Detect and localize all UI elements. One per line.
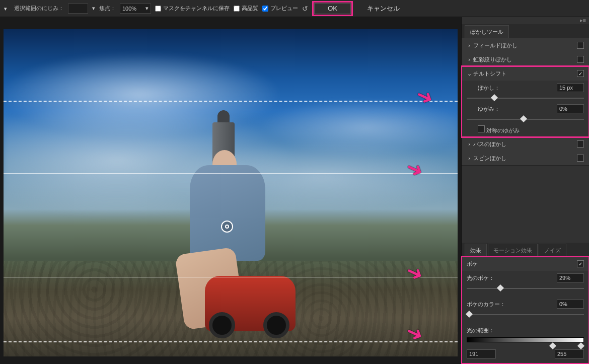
blur-tools-panel: ぼかしツール › フィールドぼかし › 虹彩絞りぼかし ⌄ チルトシフト ぼかし… — [462, 24, 589, 166]
tiltshift-outer-line-bottom[interactable] — [4, 341, 458, 342]
tilt-blur-value[interactable]: 15 px — [557, 83, 584, 92]
tilt-symmetric-checkbox[interactable] — [478, 125, 485, 132]
path-blur-row[interactable]: › パスのぼかし — [462, 137, 589, 151]
effects-panel: 効果 モーション効果 ノイズ ボケ 光のボケ： 29% ボケのカラー： 0% — [462, 243, 589, 364]
bokeh-light-value[interactable]: 29% — [557, 273, 584, 282]
tiltshift-checkbox[interactable] — [577, 70, 584, 77]
chevron-down-icon: ⌄ — [467, 70, 472, 77]
chevron-right-icon: › — [467, 155, 472, 161]
annotation-arrow-icon: ➜ — [402, 155, 427, 183]
spin-blur-checkbox[interactable] — [577, 155, 584, 162]
feather-input[interactable] — [68, 4, 88, 14]
tab-blur-tools[interactable]: ぼかしツール — [465, 25, 509, 38]
tiltshift-inner-line-bottom[interactable] — [4, 277, 458, 277]
bokeh-color-value[interactable]: 0% — [557, 300, 584, 309]
feather-dropdown-icon[interactable]: ▾ — [92, 5, 95, 12]
bokeh-range-high[interactable]: 255 — [555, 349, 584, 358]
bokeh-range-row: 光の範囲： — [462, 323, 589, 337]
focus-label: 焦点： — [99, 5, 116, 12]
annotation-arrow-icon: ➜ — [412, 82, 437, 110]
ok-highlight: OK — [312, 1, 353, 16]
tilt-symmetric-row[interactable]: 対称のゆがみ — [462, 123, 589, 137]
bokeh-header[interactable]: ボケ — [462, 257, 589, 271]
bokeh-range-slider[interactable] — [462, 337, 589, 346]
bokeh-title: ボケ — [467, 260, 478, 268]
tiltshift-center-handle[interactable] — [221, 221, 233, 233]
cancel-button[interactable]: キャンセル — [357, 3, 410, 14]
bokeh-light-label: 光のボケ： — [467, 274, 494, 282]
preview-checkbox[interactable]: プレビュー — [262, 5, 298, 12]
tiltshift-outer-line-top[interactable] — [4, 101, 458, 102]
iris-blur-row[interactable]: › 虹彩絞りぼかし — [462, 52, 589, 66]
right-panels: ▸≡ ぼかしツール › フィールドぼかし › 虹彩絞りぼかし ⌄ チルトシフト … — [461, 17, 589, 364]
high-quality-checkbox[interactable]: 高品質 — [234, 5, 258, 12]
save-mask-checkbox[interactable]: マスクをチャンネルに保存 — [155, 5, 230, 12]
chevron-right-icon: › — [467, 141, 472, 147]
canvas-area: ➜ ➜ ➜ ➜ — [0, 17, 461, 364]
bokeh-checkbox[interactable] — [577, 260, 584, 267]
tilt-blur-row: ぼかし： 15 px — [462, 81, 589, 95]
path-blur-checkbox[interactable] — [577, 140, 584, 148]
iris-blur-checkbox[interactable] — [577, 56, 584, 63]
bokeh-section-highlight: ボケ 光のボケ： 29% ボケのカラー： 0% 光の範囲： — [462, 257, 589, 363]
field-blur-row[interactable]: › フィールドぼかし — [462, 38, 589, 52]
field-blur-checkbox[interactable] — [577, 42, 584, 49]
chevron-right-icon: › — [467, 42, 472, 48]
tilt-distort-row: ゆがみ： 0% — [462, 102, 589, 116]
tool-preset-dropdown[interactable]: ▾ — [4, 6, 10, 12]
tiltshift-section-highlight: ⌄ チルトシフト ぼかし： 15 px ゆがみ： 0% 対称のゆがみ — [462, 66, 589, 137]
bokeh-light-row: 光のボケ： 29% — [462, 271, 589, 285]
bokeh-range-low[interactable]: 191 — [467, 349, 496, 358]
tiltshift-row[interactable]: ⌄ チルトシフト — [462, 66, 589, 81]
bokeh-light-slider[interactable] — [462, 285, 589, 292]
feather-label: 選択範囲のにじみ： — [14, 5, 64, 12]
tilt-blur-slider[interactable] — [462, 95, 589, 102]
image-subject — [185, 145, 296, 326]
ok-button[interactable]: OK — [314, 3, 351, 14]
bokeh-color-row: ボケのカラー： 0% — [462, 297, 589, 311]
tiltshift-inner-line-top[interactable] — [4, 173, 458, 174]
tab-noise[interactable]: ノイズ — [539, 244, 566, 257]
chevron-right-icon: › — [467, 56, 472, 62]
bokeh-color-label: ボケのカラー： — [467, 301, 505, 308]
tilt-distort-value[interactable]: 0% — [557, 104, 584, 113]
options-bar: ▾ 選択範囲のにじみ： ▾ 焦点： 100%▾ マスクをチャンネルに保存 高品質… — [0, 0, 589, 17]
panel-menu-icon[interactable]: ▸≡ — [462, 17, 589, 24]
focus-input[interactable]: 100%▾ — [120, 4, 151, 14]
tab-effect[interactable]: 効果 — [465, 244, 487, 257]
spin-blur-row[interactable]: › スピンぼかし — [462, 151, 589, 165]
tilt-blur-label: ぼかし： — [467, 84, 500, 92]
document-canvas[interactable]: ➜ ➜ ➜ ➜ — [4, 29, 458, 356]
chevron-down-icon: ▾ — [145, 5, 149, 12]
bokeh-color-slider[interactable] — [462, 311, 589, 318]
tab-motion-effect[interactable]: モーション効果 — [488, 244, 538, 257]
reset-icon[interactable]: ↺ — [302, 5, 308, 13]
bokeh-range-label: 光の範囲： — [467, 327, 494, 334]
tilt-distort-label: ゆがみ： — [467, 105, 500, 113]
tilt-distort-slider[interactable] — [462, 116, 589, 123]
